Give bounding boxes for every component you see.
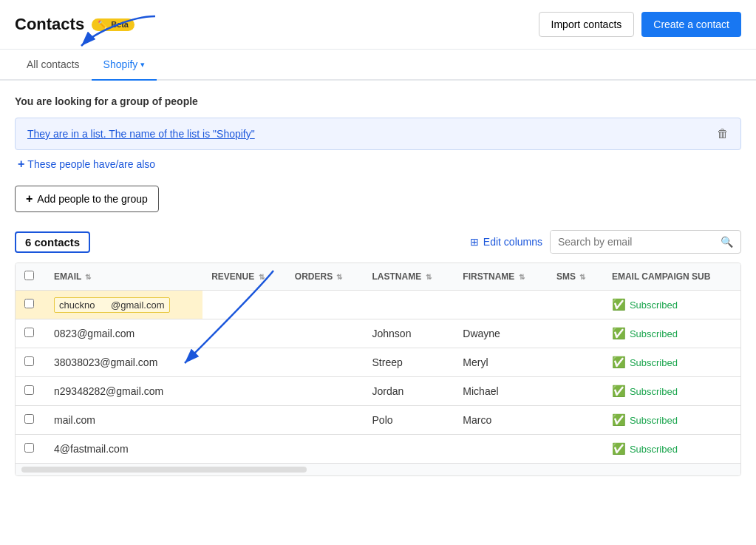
columns-icon: ⊞ — [470, 236, 479, 248]
row-status: ✅Subscribed — [603, 348, 740, 377]
row-revenue — [202, 348, 286, 377]
header-orders[interactable]: ORDERS ⇅ — [286, 263, 364, 291]
row-orders — [286, 348, 364, 377]
filter-heading: You are looking for a group of people — [15, 95, 741, 107]
row-revenue — [202, 435, 286, 464]
header-email-campaign[interactable]: EMAIL CAMPAIGN SUB — [603, 263, 740, 291]
row-sms — [548, 377, 603, 406]
plus-group-icon: + — [26, 192, 33, 206]
horizontal-scrollbar[interactable] — [21, 467, 307, 473]
row-lastname — [364, 291, 454, 319]
row-firstname — [454, 291, 548, 319]
row-firstname: Marco — [454, 406, 548, 435]
row-email: n29348282@gmail.com — [45, 377, 202, 406]
import-contacts-button[interactable]: Import contacts — [539, 12, 635, 37]
tabs-bar: All contacts Shopify ▾ — [0, 50, 756, 81]
top-bar-right: Import contacts Create a contact — [539, 12, 741, 37]
row-email: 4@fastmail.com — [45, 435, 202, 464]
table-row: n29348282@gmail.com Jordan Michael ✅Subs… — [16, 377, 740, 406]
table-row: 4@fastmail.com ✅Subscribed — [16, 435, 740, 464]
pencil-icon: ✏️ — [98, 20, 108, 30]
top-bar-left: Contacts ✏️ Beta — [15, 15, 134, 34]
row-email: 0823@gmail.com — [45, 319, 202, 348]
row-lastname: Johnson — [364, 319, 454, 348]
app-title: Contacts — [15, 15, 84, 34]
row-select-checkbox[interactable] — [24, 443, 34, 453]
subscribed-check-icon: ✅ — [612, 327, 626, 340]
row-orders — [286, 319, 364, 348]
top-bar: Contacts ✏️ Beta Import contacts Create … — [0, 0, 756, 50]
header-firstname[interactable]: FIRSTNAME ⇅ — [454, 263, 548, 291]
tab-shopify[interactable]: Shopify ▾ — [92, 50, 157, 81]
row-orders — [286, 435, 364, 464]
row-revenue — [202, 377, 286, 406]
tab-all-contacts[interactable]: All contacts — [15, 50, 92, 81]
header-checkbox-col — [16, 263, 45, 291]
dropdown-chevron-icon: ▾ — [140, 60, 145, 70]
main-content: You are looking for a group of people Th… — [0, 81, 756, 491]
table-header-row: EMAIL ⇅ REVENUE ⇅ ORDERS ⇅ LASTNAME ⇅ FI… — [16, 263, 740, 291]
row-select-checkbox[interactable] — [24, 299, 34, 308]
contacts-bar: 6 contacts ⊞ Edit columns 🔍 — [15, 230, 741, 254]
contacts-table: EMAIL ⇅ REVENUE ⇅ ORDERS ⇅ LASTNAME ⇅ FI… — [16, 263, 740, 463]
row-select-checkbox[interactable] — [24, 385, 34, 395]
table-row: 0823@gmail.com Johnson Dwayne ✅Subscribe… — [16, 319, 740, 348]
filter-list-link[interactable]: They are in a list. The name of the list… — [27, 128, 255, 140]
row-email: mail.com — [45, 406, 202, 435]
row-select-checkbox[interactable] — [24, 414, 34, 424]
row-select-checkbox[interactable] — [24, 328, 34, 337]
contacts-bar-right: ⊞ Edit columns 🔍 — [470, 230, 741, 254]
trash-icon[interactable]: 🗑 — [717, 127, 729, 141]
row-firstname: Michael — [454, 377, 548, 406]
row-sms — [548, 406, 603, 435]
row-lastname — [364, 435, 454, 464]
row-status: ✅Subscribed — [603, 406, 740, 435]
add-people-button[interactable]: + Add people to the group — [15, 186, 159, 212]
subscribed-check-icon: ✅ — [612, 298, 626, 311]
row-select-checkbox[interactable] — [24, 356, 34, 366]
select-all-checkbox[interactable] — [24, 271, 34, 280]
row-firstname: Meryl — [454, 348, 548, 377]
row-lastname: Polo — [364, 406, 454, 435]
row-status: ✅Subscribed — [603, 377, 740, 406]
row-sms — [548, 435, 603, 464]
row-status: ✅Subscribed — [603, 291, 740, 319]
edit-columns-button[interactable]: ⊞ Edit columns — [470, 236, 542, 248]
row-orders — [286, 406, 364, 435]
row-lastname: Streep — [364, 348, 454, 377]
row-checkbox — [16, 291, 45, 319]
filter-box: They are in a list. The name of the list… — [15, 118, 741, 150]
row-status: ✅Subscribed — [603, 319, 740, 348]
row-email: chuckno @gmail.com — [45, 291, 202, 319]
row-orders — [286, 291, 364, 319]
row-orders — [286, 377, 364, 406]
row-firstname: Dwayne — [454, 319, 548, 348]
table-row: chuckno @gmail.com ✅Subscribed — [16, 291, 740, 319]
row-lastname: Jordan — [364, 377, 454, 406]
contacts-table-wrap: EMAIL ⇅ REVENUE ⇅ ORDERS ⇅ LASTNAME ⇅ FI… — [15, 263, 741, 476]
table-row: 38038023@gmail.com Streep Meryl ✅Subscri… — [16, 348, 740, 377]
contacts-count: 6 contacts — [15, 231, 90, 253]
row-sms — [548, 319, 603, 348]
also-button[interactable]: + These people have/are also — [15, 158, 741, 171]
email-highlight: chuckno @gmail.com — [54, 297, 170, 313]
row-email: 38038023@gmail.com — [45, 348, 202, 377]
search-box: 🔍 — [550, 230, 741, 254]
header-revenue[interactable]: REVENUE ⇅ — [202, 263, 286, 291]
create-contact-button[interactable]: Create a contact — [641, 12, 741, 37]
row-status: ✅Subscribed — [603, 435, 740, 464]
row-firstname — [454, 435, 548, 464]
row-sms — [548, 348, 603, 377]
subscribed-check-icon: ✅ — [612, 442, 626, 456]
header-lastname[interactable]: LASTNAME ⇅ — [364, 263, 454, 291]
header-email[interactable]: EMAIL ⇅ — [45, 263, 202, 291]
subscribed-check-icon: ✅ — [612, 385, 626, 398]
header-sms[interactable]: SMS ⇅ — [548, 263, 603, 291]
row-revenue — [202, 406, 286, 435]
search-icon: 🔍 — [713, 231, 740, 253]
beta-badge: ✏️ Beta — [92, 18, 134, 31]
plus-also-icon: + — [18, 158, 24, 171]
search-input[interactable] — [551, 231, 713, 253]
subscribed-check-icon: ✅ — [612, 413, 626, 427]
row-revenue — [202, 291, 286, 319]
